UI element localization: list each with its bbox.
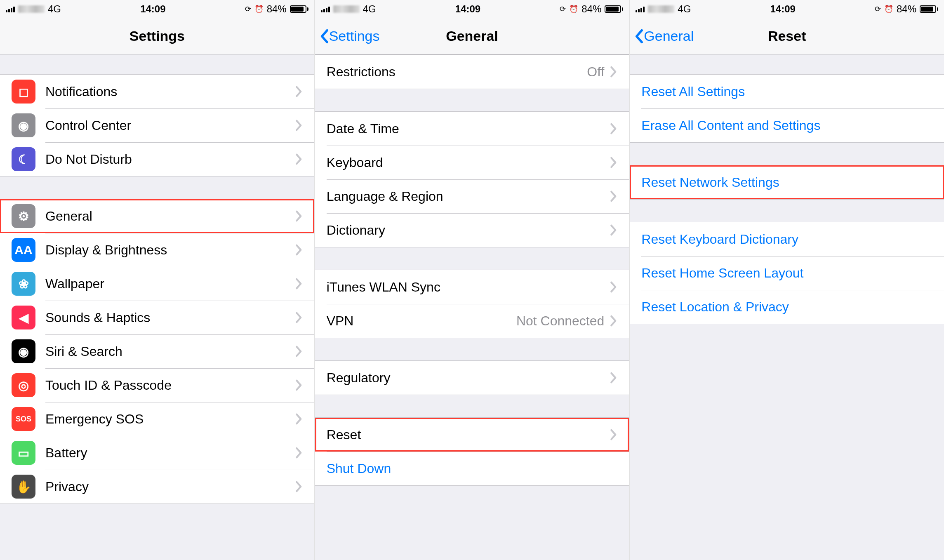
row-label: Sounds & Haptics (45, 310, 295, 325)
chevron-right-icon (610, 429, 617, 440)
alarm-icon: ⏰ (884, 5, 893, 14)
chevron-right-icon (295, 312, 303, 323)
row-notifications[interactable]: ◻Notifications (0, 75, 314, 108)
chevron-right-icon (295, 481, 303, 492)
chevron-right-icon (610, 315, 617, 327)
text-size-icon: AA (12, 238, 35, 262)
battery-icon: ▭ (12, 441, 35, 465)
row-display-brightness[interactable]: AADisplay & Brightness (0, 233, 314, 267)
row-label: Battery (45, 445, 295, 461)
back-label: General (644, 28, 694, 44)
row-privacy[interactable]: ✋Privacy (0, 470, 314, 504)
battery-percent: 84% (581, 3, 601, 15)
row-do-not-disturb[interactable]: ☾Do Not Disturb (0, 142, 314, 176)
row-label: Shut Down (327, 461, 618, 476)
row-sounds-haptics[interactable]: ◀Sounds & Haptics (0, 301, 314, 334)
notifications-icon: ◻ (12, 80, 35, 104)
row-label: Dictionary (327, 223, 610, 238)
chevron-right-icon (295, 413, 303, 425)
alarm-icon: ⏰ (254, 5, 264, 14)
row-battery[interactable]: ▭Battery (0, 436, 314, 470)
row-value: Not Connected (516, 313, 604, 329)
row-dictionary[interactable]: Dictionary (315, 213, 629, 247)
siri-icon: ◉ (12, 339, 35, 363)
settings-list[interactable]: ◻Notifications◉Control Center☾Do Not Dis… (0, 54, 314, 560)
status-time: 14:09 (140, 3, 165, 15)
row-label: Erase All Content and Settings (641, 118, 932, 133)
row-date-time[interactable]: Date & Time (315, 112, 629, 146)
orientation-lock-icon: ⟳ (875, 5, 881, 14)
row-general[interactable]: ⚙General (0, 199, 314, 233)
battery-percent: 84% (267, 3, 287, 15)
row-label: Reset Location & Privacy (641, 299, 932, 315)
network-type: 4G (48, 3, 61, 15)
network-type: 4G (363, 3, 376, 15)
speaker-icon: ◀ (12, 306, 35, 329)
row-restrictions[interactable]: RestrictionsOff (315, 55, 629, 89)
chevron-right-icon (295, 346, 303, 357)
row-reset-keyboard-dictionary[interactable]: Reset Keyboard Dictionary (630, 222, 944, 256)
row-label: Control Center (45, 118, 295, 133)
row-touch-id-passcode[interactable]: ◎Touch ID & Passcode (0, 368, 314, 402)
row-reset-network-settings[interactable]: Reset Network Settings (630, 165, 944, 199)
signal-icon (636, 6, 645, 12)
row-erase-all-content[interactable]: Erase All Content and Settings (630, 108, 944, 142)
alarm-icon: ⏰ (569, 5, 578, 14)
carrier-blurred (18, 5, 45, 13)
row-label: Siri & Search (45, 344, 295, 359)
moon-icon: ☾ (12, 147, 35, 171)
row-label: Reset Home Screen Layout (641, 266, 932, 281)
row-label: Keyboard (327, 155, 610, 170)
control-center-icon: ◉ (12, 113, 35, 137)
status-time: 14:09 (770, 3, 795, 15)
status-bar: 4G 14:09 ⟳ ⏰ 84% (0, 0, 314, 18)
row-label: General (45, 209, 295, 224)
row-itunes-wlan-sync[interactable]: iTunes WLAN Sync (315, 270, 629, 304)
chevron-right-icon (610, 224, 617, 236)
row-reset[interactable]: Reset (315, 418, 629, 452)
nav-bar: Settings (0, 18, 314, 54)
nav-bar: Settings General (315, 18, 629, 54)
row-label: Do Not Disturb (45, 152, 295, 167)
general-list[interactable]: RestrictionsOffDate & TimeKeyboardLangua… (315, 54, 629, 560)
status-bar: 4G 14:09 ⟳ ⏰ 84% (315, 0, 629, 18)
row-regulatory[interactable]: Regulatory (315, 361, 629, 395)
battery-percent: 84% (897, 3, 916, 15)
chevron-right-icon (295, 120, 303, 131)
sos-icon: SOS (12, 407, 35, 431)
row-label: Emergency SOS (45, 412, 295, 427)
row-vpn[interactable]: VPNNot Connected (315, 304, 629, 338)
row-wallpaper[interactable]: ❀Wallpaper (0, 267, 314, 301)
row-label: Reset All Settings (641, 84, 932, 99)
row-label: Regulatory (327, 370, 610, 386)
back-button[interactable]: General (634, 28, 694, 44)
chevron-right-icon (295, 86, 303, 97)
chevron-right-icon (610, 66, 617, 78)
chevron-right-icon (610, 281, 617, 293)
back-button[interactable]: Settings (319, 28, 380, 44)
row-language-region[interactable]: Language & Region (315, 179, 629, 213)
gear-icon: ⚙ (12, 204, 35, 228)
chevron-right-icon (295, 447, 303, 459)
back-label: Settings (329, 28, 380, 44)
chevron-right-icon (295, 379, 303, 391)
row-reset-location-privacy[interactable]: Reset Location & Privacy (630, 290, 944, 324)
network-type: 4G (678, 3, 691, 15)
settings-screen: 4G 14:09 ⟳ ⏰ 84% Settings ◻Notifications… (0, 0, 315, 560)
row-shut-down[interactable]: Shut Down (315, 452, 629, 485)
chevron-right-icon (610, 372, 617, 384)
row-control-center[interactable]: ◉Control Center (0, 108, 314, 142)
hand-icon: ✋ (12, 475, 35, 499)
row-label: Restrictions (327, 64, 587, 80)
row-emergency-sos[interactable]: SOSEmergency SOS (0, 402, 314, 436)
row-keyboard[interactable]: Keyboard (315, 146, 629, 179)
general-screen: 4G 14:09 ⟳ ⏰ 84% Settings General Restri… (315, 0, 630, 560)
row-reset-home-screen-layout[interactable]: Reset Home Screen Layout (630, 256, 944, 290)
row-label: Language & Region (327, 189, 610, 204)
orientation-lock-icon: ⟳ (245, 5, 251, 14)
row-label: iTunes WLAN Sync (327, 280, 610, 295)
row-siri-search[interactable]: ◉Siri & Search (0, 334, 314, 368)
reset-list[interactable]: Reset All SettingsErase All Content and … (630, 54, 944, 560)
status-bar: 4G 14:09 ⟳ ⏰ 84% (630, 0, 944, 18)
row-reset-all-settings[interactable]: Reset All Settings (630, 75, 944, 108)
